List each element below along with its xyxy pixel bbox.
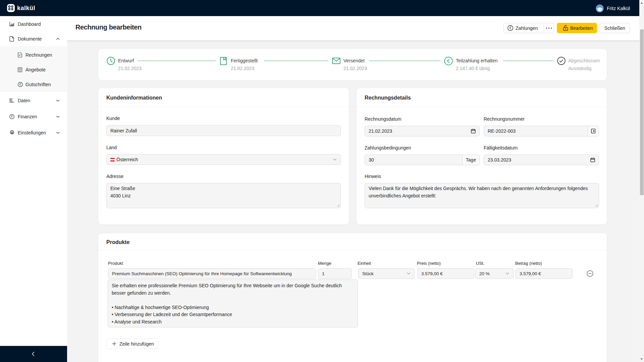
svg-text:€: € xyxy=(19,82,21,86)
svg-text:€: € xyxy=(447,58,450,64)
svg-text:€: € xyxy=(11,115,13,118)
svg-text:€: € xyxy=(509,26,512,30)
